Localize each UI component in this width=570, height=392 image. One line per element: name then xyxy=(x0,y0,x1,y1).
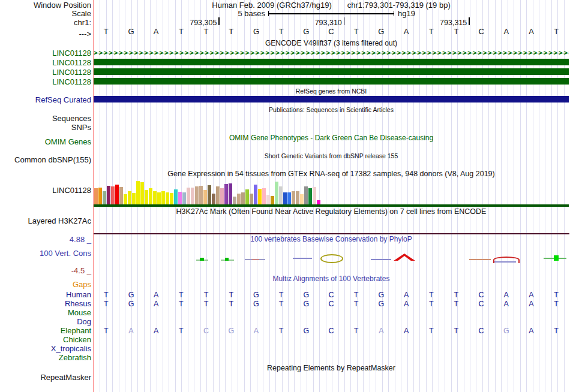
track-title[interactable]: GENCODE V49lift37 (3 items filtered out) xyxy=(94,40,569,47)
aligned-base: T xyxy=(419,291,444,299)
alignment-row-dog[interactable] xyxy=(94,318,569,327)
base-letter: A xyxy=(518,27,544,36)
gtex-tissue-bar xyxy=(317,200,320,204)
phylop-mark xyxy=(371,259,391,260)
gtex-tissue-bar xyxy=(296,191,299,204)
aligned-base: T xyxy=(218,291,244,299)
track-label-linc01128[interactable]: LINC01128 xyxy=(0,59,91,67)
gtex-tissue-bar xyxy=(262,188,266,204)
gtex-tissue-bar xyxy=(292,191,295,204)
phylop-mark xyxy=(469,259,491,260)
track-label-refseq-curated[interactable]: RefSeq Curated xyxy=(0,96,91,104)
aligned-base: G xyxy=(119,291,144,299)
gtex-baseline xyxy=(94,204,569,207)
scale-value: 5 bases xyxy=(216,9,265,18)
track-label-common-dbsnp-155-[interactable]: Common dbSNP(155) xyxy=(0,156,91,164)
gencode-exon-bar-3[interactable] xyxy=(94,78,569,85)
species-label-zebrafish[interactable]: Zebrafish xyxy=(0,354,91,362)
aligned-base: T xyxy=(218,300,244,308)
alignment-row-human[interactable]: TGATTTGTGCTGATTCAAT xyxy=(94,291,569,300)
aligned-base: G xyxy=(244,300,269,308)
ruler-tick-mark xyxy=(469,17,470,25)
aligned-base: T xyxy=(94,327,119,335)
track-title[interactable]: 100 vertebrates Basewise Conservation by… xyxy=(94,236,569,243)
alignment-row-x_tropicalis[interactable] xyxy=(94,345,569,354)
track-label-linc01128[interactable]: LINC01128 xyxy=(0,78,91,86)
gencode-exon-bar-1[interactable] xyxy=(94,59,569,65)
aligned-base: G xyxy=(293,327,319,335)
track-title[interactable]: Publications: Sequences in Scientific Ar… xyxy=(94,106,569,114)
species-label-x_tropicalis[interactable]: X_tropicalis xyxy=(0,345,91,353)
aligned-base: T xyxy=(419,327,444,335)
track-label-window-position: Window Position xyxy=(0,1,91,10)
track-label-100-vert-cons[interactable]: 100 Vert. Cons xyxy=(0,249,91,258)
refseq-curated-bar[interactable] xyxy=(94,96,569,102)
base-letter: T xyxy=(443,27,469,36)
gtex-tissue-bar xyxy=(103,191,106,204)
track-title[interactable]: Gene Expression in 54 tissues from GTEx … xyxy=(94,170,569,178)
aligned-base: A xyxy=(394,291,419,299)
alignment-row-mouse[interactable] xyxy=(94,309,569,318)
track-title[interactable]: Repeating Elements by RepeatMasker xyxy=(94,364,569,372)
aligned-base: C xyxy=(194,327,219,335)
aligned-base: T xyxy=(544,327,569,335)
phylop-mark xyxy=(252,259,259,260)
track-title[interactable]: OMIM Gene Phenotypes - Dark Green Can Be… xyxy=(94,134,569,142)
track-title[interactable]: RefSeq genes from NCBI xyxy=(94,88,569,95)
species-label-chicken[interactable]: Chicken xyxy=(0,336,91,344)
track-title[interactable]: Short Genetic Variants from dbSNP releas… xyxy=(94,152,569,160)
track-label-linc01128[interactable]: LINC01128 xyxy=(0,68,91,77)
ruler-tick-mark xyxy=(218,17,220,25)
gtex-tissue-bar xyxy=(170,193,173,204)
gencode-exon-bar-2[interactable] xyxy=(94,68,569,75)
aligned-base: A xyxy=(119,327,144,335)
base-letter: C xyxy=(469,27,494,36)
aligned-base: C xyxy=(469,291,494,299)
track-label-snps[interactable]: SNPs xyxy=(0,123,91,132)
gtex-tissue-bar xyxy=(313,187,316,204)
species-label-mouse[interactable]: Mouse xyxy=(0,309,91,317)
aligned-base: C xyxy=(469,300,494,308)
gtex-tissue-bar xyxy=(279,186,283,204)
base-letter: T xyxy=(218,27,244,36)
gtex-tissue-bar xyxy=(208,185,211,204)
aligned-base: A xyxy=(494,291,519,299)
gencode-strand-arrows[interactable]: >>>>>>>>>>>>>>>>>>>>>>>>>>>>>>>>>>>>>>>>… xyxy=(94,50,569,57)
gtex-tissue-bar xyxy=(115,185,119,204)
aligned-base: C xyxy=(319,291,344,299)
track-label-omim-genes[interactable]: OMIM Genes xyxy=(0,138,91,146)
species-label-dog[interactable]: Dog xyxy=(0,318,91,326)
gtex-tissue-bar xyxy=(107,186,110,204)
track-label-linc01128[interactable]: LINC01128 xyxy=(0,186,91,195)
alignment-row-rhesus[interactable]: TGATTTGTGCTGATTCAAT xyxy=(94,300,569,309)
aligned-base: G xyxy=(368,300,394,308)
gtex-tissue-bar xyxy=(271,196,274,204)
species-label-gaps[interactable]: Gaps xyxy=(0,281,91,289)
species-label-elephant[interactable]: Elephant xyxy=(0,327,91,335)
gtex-tissue-bar xyxy=(136,181,140,204)
alignment-row-elephant[interactable]: TAATCGATGCTAATTCGAT xyxy=(94,327,569,336)
alignment-row-gaps[interactable] xyxy=(94,281,569,290)
track-title[interactable]: H3K27Ac Mark (Often Found Near Active Re… xyxy=(94,208,569,216)
aligned-base: T xyxy=(169,327,194,335)
gtex-tissue-bar xyxy=(157,192,161,204)
gtex-tissue-bar xyxy=(254,185,257,204)
aligned-base: C xyxy=(319,300,344,308)
alignment-row-zebrafish[interactable] xyxy=(94,354,569,363)
base-letter: G xyxy=(293,27,319,36)
aligned-base: T xyxy=(194,300,219,308)
track-label-repeatmasker[interactable]: RepeatMasker xyxy=(0,373,91,382)
alignment-row-chicken[interactable] xyxy=(94,336,569,345)
base-letter: A xyxy=(394,27,419,36)
species-label-rhesus[interactable]: Rhesus xyxy=(0,300,91,308)
track-label-linc01128[interactable]: LINC01128 xyxy=(0,49,91,58)
base-letter: C xyxy=(319,27,344,36)
base-letter: T xyxy=(194,27,219,36)
track-label-sequences[interactable]: Sequences xyxy=(0,114,91,123)
aligned-base: T xyxy=(443,291,469,299)
phylop-mark xyxy=(494,261,516,263)
track-label-4-88-: 4.88 _ xyxy=(0,236,91,244)
species-label-human[interactable]: Human xyxy=(0,291,91,299)
track-label-layered-h3k27ac[interactable]: Layered H3K27Ac xyxy=(0,217,91,225)
gtex-tissue-bar xyxy=(287,192,291,204)
